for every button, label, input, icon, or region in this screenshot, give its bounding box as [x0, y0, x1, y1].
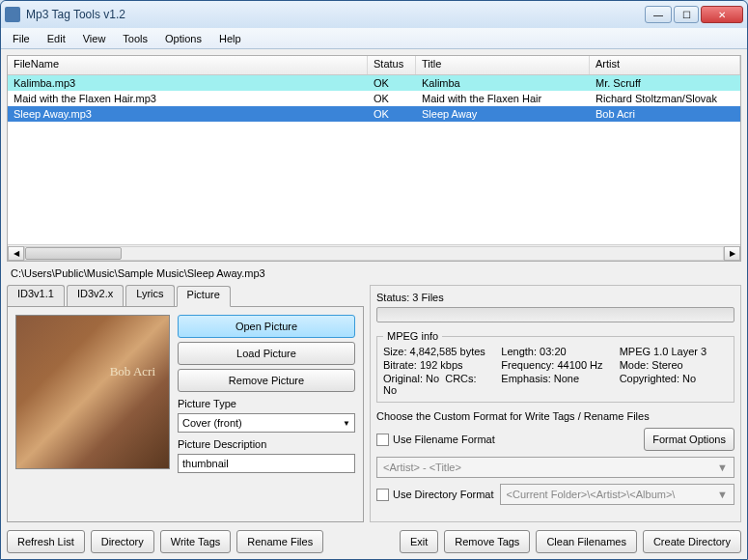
menu-tools[interactable]: Tools: [115, 31, 155, 46]
scroll-right-icon[interactable]: ▶: [724, 246, 740, 261]
status-line: Status: 3 Files: [376, 292, 734, 303]
menu-file[interactable]: File: [5, 31, 38, 46]
table-row[interactable]: Sleep Away.mp3OKSleep AwayBob Acri: [8, 106, 740, 122]
close-button[interactable]: ✕: [701, 6, 743, 23]
format-options-button[interactable]: Format Options: [644, 428, 734, 451]
tab-picture[interactable]: Picture: [177, 286, 231, 307]
col-filename[interactable]: FileName: [8, 56, 368, 74]
menu-edit[interactable]: Edit: [40, 31, 73, 46]
load-picture-button[interactable]: Load Picture: [178, 342, 355, 365]
list-header: FileName Status Title Artist: [8, 56, 740, 75]
progress-bar: [376, 307, 734, 322]
remove-picture-button[interactable]: Remove Picture: [178, 369, 355, 392]
chevron-down-icon: ▼: [717, 489, 728, 500]
picture-tab-content: Open Picture Load Picture Remove Picture…: [7, 306, 364, 522]
menu-view[interactable]: View: [75, 31, 114, 46]
titlebar[interactable]: Mp3 Tag Tools v1.2 — ☐ ✕: [1, 1, 747, 28]
directory-format-dropdown[interactable]: <Current Folder>\<Artist>\<Album>\▼: [500, 484, 734, 505]
picture-desc-label: Picture Description: [178, 438, 355, 450]
picture-type-select[interactable]: Cover (front)▼: [178, 413, 355, 433]
tab-id3v1[interactable]: ID3v1.1: [7, 285, 65, 306]
open-picture-button[interactable]: Open Picture: [178, 315, 355, 338]
col-artist[interactable]: Artist: [590, 56, 740, 74]
use-directory-checkbox[interactable]: Use Directory Format: [376, 489, 494, 501]
remove-tags-button[interactable]: Remove Tags: [444, 530, 530, 553]
app-icon: [5, 7, 20, 22]
table-row[interactable]: Kalimba.mp3OKKalimbaMr. Scruff: [8, 75, 740, 91]
mpeg-info: MPEG info Size: 4,842,585 bytes Length: …: [376, 330, 734, 403]
create-directory-button[interactable]: Create Directory: [643, 530, 741, 553]
clean-filenames-button[interactable]: Clean Filenames: [536, 530, 637, 553]
chevron-down-icon: ▼: [343, 419, 350, 428]
col-status[interactable]: Status: [368, 56, 416, 74]
picture-type-label: Picture Type: [178, 398, 355, 409]
list-body[interactable]: Kalimba.mp3OKKalimbaMr. ScruffMaid with …: [8, 75, 740, 244]
h-scrollbar[interactable]: ◀ ▶: [8, 244, 740, 261]
menubar: File Edit View Tools Options Help: [1, 28, 747, 49]
table-row[interactable]: Maid with the Flaxen Hair.mp3OKMaid with…: [8, 91, 740, 106]
tab-id3v2[interactable]: ID3v2.x: [67, 285, 124, 306]
file-list: FileName Status Title Artist Kalimba.mp3…: [7, 55, 741, 262]
rename-files-button[interactable]: Rename Files: [236, 530, 323, 553]
write-tags-button[interactable]: Write Tags: [160, 530, 232, 553]
picture-desc-input[interactable]: [178, 454, 355, 473]
tabs: ID3v1.1 ID3v2.x Lyrics Picture: [7, 285, 364, 306]
format-heading: Choose the Custom Format for Write Tags …: [376, 410, 734, 422]
maximize-button[interactable]: ☐: [674, 6, 699, 23]
menu-options[interactable]: Options: [157, 31, 209, 46]
album-art[interactable]: [15, 315, 170, 469]
window-title: Mp3 Tag Tools v1.2: [26, 8, 645, 21]
use-filename-checkbox[interactable]: Use Filename Format: [376, 434, 495, 446]
minimize-button[interactable]: —: [645, 6, 672, 23]
scroll-left-icon[interactable]: ◀: [8, 246, 24, 261]
tab-lyrics[interactable]: Lyrics: [125, 285, 174, 306]
menu-help[interactable]: Help: [211, 31, 249, 46]
directory-button[interactable]: Directory: [91, 530, 154, 553]
scroll-thumb[interactable]: [25, 247, 122, 260]
exit-button[interactable]: Exit: [400, 530, 438, 553]
file-path: C:\Users\Public\Music\Sample Music\Sleep…: [7, 266, 741, 281]
chevron-down-icon: ▼: [717, 462, 728, 473]
col-title[interactable]: Title: [416, 56, 590, 74]
filename-format-dropdown[interactable]: <Artist> - <Title>▼: [376, 457, 734, 478]
refresh-list-button[interactable]: Refresh List: [7, 530, 85, 553]
